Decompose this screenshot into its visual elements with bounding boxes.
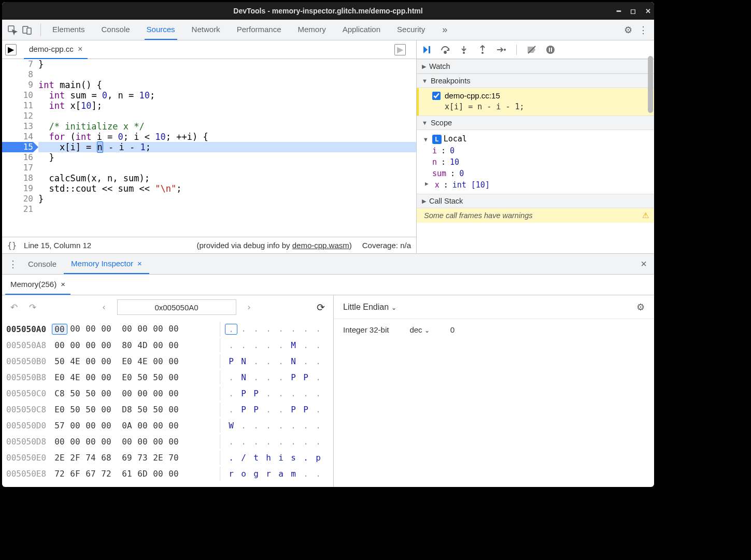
scope-var[interactable]: i: 0 (424, 145, 649, 156)
file-tab-label: demo-cpp.cc (29, 45, 74, 53)
step-into-icon[interactable] (458, 44, 470, 55)
svg-point-5 (463, 52, 465, 54)
code-area[interactable]: }int main() { int sum = 0, n = 10; int x… (38, 59, 416, 237)
memory-tab[interactable]: Memory(256) × (5, 275, 70, 295)
hex-dump[interactable]: 005050A00000000000000000........005050A8… (2, 319, 333, 487)
step-over-icon[interactable] (440, 44, 451, 55)
undo-icon[interactable]: ↶ (7, 300, 21, 315)
drawer-close-icon[interactable]: × (636, 257, 651, 271)
window-title: DevTools - memory-inspector.glitch.me/de… (233, 7, 422, 15)
value-settings-icon[interactable]: ⚙ (636, 301, 645, 313)
step-icon[interactable] (495, 44, 507, 55)
breakpoints-section[interactable]: ▼Breakpoints (417, 74, 654, 88)
more-menu-icon[interactable]: ⋮ (635, 24, 651, 36)
svg-point-6 (481, 52, 484, 54)
resume-icon[interactable] (421, 44, 432, 55)
main-toolbar: ElementsConsoleSourcesNetworkPerformance… (2, 20, 654, 40)
settings-icon[interactable]: ⚙ (621, 23, 635, 37)
breakpoint-item[interactable]: demo-cpp.cc:15 x[i] = n - i - 1; (417, 88, 654, 116)
scope-var[interactable]: n: 10 (424, 156, 649, 168)
int-format-select[interactable]: dec ⌄ (409, 325, 429, 334)
panel-tab-sources[interactable]: Sources (145, 20, 177, 40)
overflow-icon[interactable]: » (437, 23, 452, 37)
pause-exceptions-icon[interactable] (545, 44, 556, 55)
svg-rect-3 (429, 46, 430, 53)
int-type-label: Integer 32-bit (343, 325, 389, 334)
minimize-icon[interactable]: ━ (617, 7, 621, 15)
svg-point-4 (444, 51, 446, 53)
scope-var[interactable]: ▶x: int [10] (424, 179, 649, 191)
navigator-toggle-icon[interactable]: ▶ (5, 44, 17, 55)
cursor-position: Line 15, Column 12 (24, 241, 91, 250)
scope-var[interactable]: sum: 0 (424, 168, 649, 179)
svg-point-8 (546, 46, 555, 54)
prev-page-icon[interactable]: ‹ (100, 300, 109, 314)
device-toggle-icon[interactable] (20, 23, 34, 37)
step-out-icon[interactable] (477, 44, 488, 55)
callstack-section[interactable]: ▶Call Stack (417, 194, 654, 208)
watch-section[interactable]: ▶Watch (417, 59, 654, 74)
endian-select[interactable]: Little Endian ⌄ (343, 303, 396, 312)
redo-icon[interactable]: ↷ (26, 300, 39, 315)
file-tab[interactable]: demo-cpp.cc × (24, 40, 88, 59)
close-icon[interactable]: × (61, 280, 65, 289)
drawer-tab-memory-inspector[interactable]: Memory Inspector × (64, 254, 149, 274)
refresh-icon[interactable]: ⟳ (314, 299, 328, 315)
wasm-link[interactable]: demo-cpp.wasm (292, 241, 349, 250)
inspect-element-icon[interactable] (5, 23, 20, 37)
panel-tab-network[interactable]: Network (190, 20, 222, 40)
panel-tab-console[interactable]: Console (100, 20, 132, 40)
scope-section[interactable]: ▼Scope (417, 116, 654, 130)
svg-rect-10 (551, 48, 552, 52)
drawer-tab-console[interactable]: Console (21, 254, 64, 274)
panel-tab-security[interactable]: Security (395, 20, 427, 40)
source-status: {} Line 15, Column 12 (provided via debu… (2, 237, 416, 253)
address-input[interactable] (117, 299, 236, 315)
snippet-run-icon[interactable]: ▶ (394, 44, 406, 55)
panel-tab-elements[interactable]: Elements (50, 20, 87, 40)
svg-point-7 (504, 49, 506, 51)
panel-tab-performance[interactable]: Performance (235, 20, 284, 40)
maximize-icon[interactable]: ◻ (630, 7, 636, 15)
close-tab-icon[interactable]: × (78, 45, 82, 54)
panel-tab-application[interactable]: Application (341, 20, 382, 40)
scope-body: ▼ LLocal i: 0n: 10sum: 0▶x: int [10] (417, 130, 654, 194)
close-icon[interactable]: × (137, 259, 142, 268)
panel-tabs: ElementsConsoleSourcesNetworkPerformance… (47, 20, 427, 40)
line-gutter[interactable]: 789101112131415161718192021 (2, 59, 38, 237)
coverage-label: Coverage: n/a (362, 241, 411, 250)
scrollbar[interactable] (648, 40, 653, 253)
titlebar: DevTools - memory-inspector.glitch.me/de… (2, 2, 654, 20)
callstack-warning: Some call frames have warnings ⚠ (417, 208, 654, 223)
breakpoint-checkbox[interactable] (432, 92, 441, 100)
next-page-icon[interactable]: › (245, 300, 254, 314)
panel-tab-memory[interactable]: Memory (296, 20, 328, 40)
svg-rect-9 (549, 48, 550, 52)
drawer-menu-icon[interactable]: ⋮ (5, 259, 21, 270)
close-icon[interactable]: ✕ (645, 7, 651, 15)
deactivate-breakpoints-icon[interactable] (526, 44, 537, 55)
svg-rect-2 (27, 28, 31, 34)
debug-pane: ▶Watch ▼Breakpoints demo-cpp.cc:15 x[i] … (417, 40, 654, 253)
int-value: 0 (450, 325, 455, 334)
